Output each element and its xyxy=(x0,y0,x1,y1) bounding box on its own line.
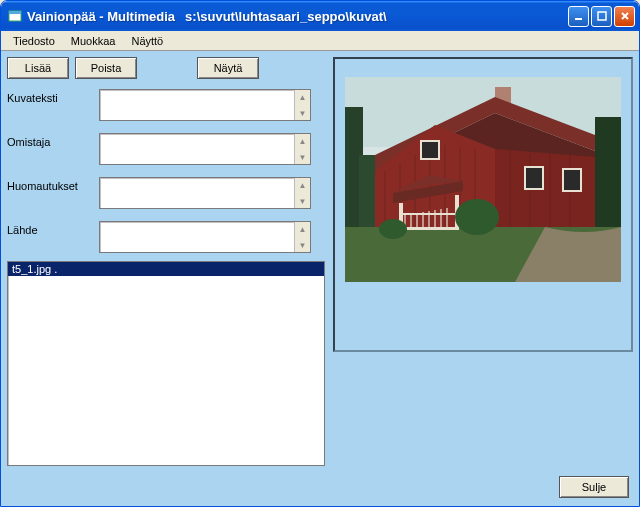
scroll-up-icon[interactable]: ▲ xyxy=(295,222,310,236)
owner-input[interactable]: ▲ ▼ xyxy=(99,133,311,165)
source-scrollbar[interactable]: ▲ ▼ xyxy=(294,222,310,252)
left-column: Lisää Poista Näytä Kuvateksti ▲ ▼ Omista… xyxy=(7,57,325,466)
caption-label: Kuvateksti xyxy=(7,89,99,104)
window-path: s:\suvut\luhtasaari_seppo\kuvat\ xyxy=(185,9,568,24)
titlebar: Vainionpää - Multimedia s:\suvut\luhtasa… xyxy=(1,1,639,31)
minimize-button[interactable] xyxy=(568,6,589,27)
app-window: Vainionpää - Multimedia s:\suvut\luhtasa… xyxy=(0,0,640,507)
file-list[interactable]: t5_1.jpg . xyxy=(7,261,325,466)
footer: Sulje xyxy=(1,472,639,506)
menu-file[interactable]: Tiedosto xyxy=(5,34,63,48)
close-button[interactable] xyxy=(614,6,635,27)
owner-scrollbar[interactable]: ▲ ▼ xyxy=(294,134,310,164)
notes-label: Huomautukset xyxy=(7,177,99,192)
menu-edit[interactable]: Muokkaa xyxy=(63,34,124,48)
notes-input[interactable]: ▲ ▼ xyxy=(99,177,311,209)
svg-rect-7 xyxy=(595,117,621,227)
scroll-down-icon[interactable]: ▼ xyxy=(295,194,310,208)
source-label: Lähde xyxy=(7,221,99,236)
scroll-down-icon[interactable]: ▼ xyxy=(295,150,310,164)
maximize-button[interactable] xyxy=(591,6,612,27)
right-column xyxy=(333,57,633,466)
svg-rect-1 xyxy=(9,11,21,14)
scroll-up-icon[interactable]: ▲ xyxy=(295,178,310,192)
close-dialog-button[interactable]: Sulje xyxy=(559,476,629,498)
remove-button[interactable]: Poista xyxy=(75,57,137,79)
client-area: Lisää Poista Näytä Kuvateksti ▲ ▼ Omista… xyxy=(1,51,639,472)
svg-rect-3 xyxy=(598,12,606,20)
svg-point-43 xyxy=(455,199,499,235)
scroll-down-icon[interactable]: ▼ xyxy=(295,106,310,120)
preview-panel xyxy=(333,57,633,352)
svg-rect-26 xyxy=(421,141,439,159)
menubar: Tiedosto Muokkaa Näyttö xyxy=(1,31,639,51)
caption-input[interactable]: ▲ ▼ xyxy=(99,89,311,121)
menu-view[interactable]: Näyttö xyxy=(123,34,171,48)
svg-rect-2 xyxy=(575,18,582,20)
owner-label: Omistaja xyxy=(7,133,99,148)
preview-image xyxy=(345,77,621,282)
svg-rect-27 xyxy=(525,167,543,189)
window-title: Vainionpää - Multimedia xyxy=(27,9,175,24)
source-input[interactable]: ▲ ▼ xyxy=(99,221,311,253)
app-icon xyxy=(7,8,23,24)
add-button[interactable]: Lisää xyxy=(7,57,69,79)
scroll-up-icon[interactable]: ▲ xyxy=(295,90,310,104)
svg-rect-42 xyxy=(401,213,455,215)
toolbar: Lisää Poista Näytä xyxy=(7,57,325,79)
svg-rect-28 xyxy=(563,169,581,191)
caption-scrollbar[interactable]: ▲ ▼ xyxy=(294,90,310,120)
svg-point-44 xyxy=(379,219,407,239)
window-controls xyxy=(568,6,635,27)
house-image-icon xyxy=(345,77,621,282)
scroll-up-icon[interactable]: ▲ xyxy=(295,134,310,148)
show-button[interactable]: Näytä xyxy=(197,57,259,79)
list-item[interactable]: t5_1.jpg . xyxy=(8,262,324,276)
notes-scrollbar[interactable]: ▲ ▼ xyxy=(294,178,310,208)
scroll-down-icon[interactable]: ▼ xyxy=(295,238,310,252)
form: Kuvateksti ▲ ▼ Omistaja ▲ ▼ Huom xyxy=(7,89,325,253)
